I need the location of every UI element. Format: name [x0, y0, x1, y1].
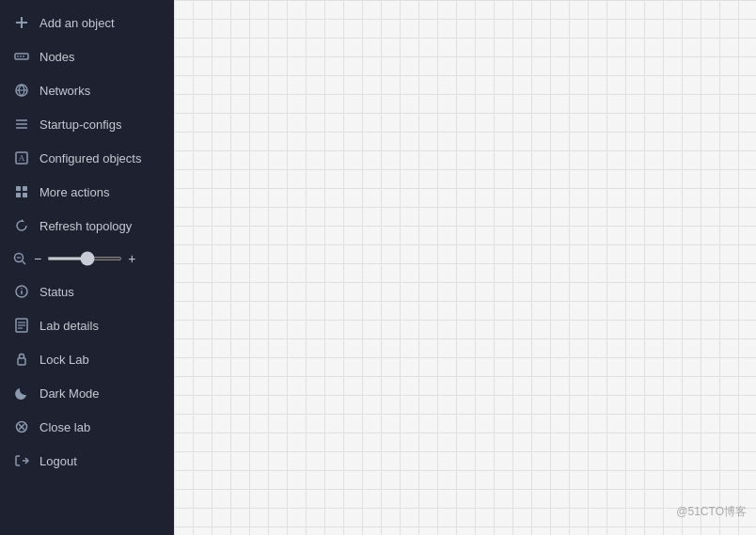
lab-details-icon	[13, 317, 30, 334]
sidebar-item-lab-details[interactable]: Lab details	[0, 308, 174, 342]
zoom-control: − +	[0, 243, 174, 275]
sidebar-item-logout[interactable]: Logout	[0, 444, 174, 478]
sidebar-item-label: Lock Lab	[39, 353, 89, 367]
sidebar-item-configured-objects[interactable]: A Configured objects	[0, 141, 174, 175]
sidebar-item-lock-lab[interactable]: Lock Lab	[0, 342, 174, 376]
zoom-icon	[11, 250, 28, 267]
sidebar-item-status[interactable]: Status	[0, 275, 174, 308]
grid-icon	[13, 183, 30, 200]
svg-rect-2	[15, 54, 28, 59]
sidebar: Add an object Nodes Networks	[0, 0, 174, 535]
logout-icon	[13, 452, 30, 469]
sidebar-item-label: Networks	[39, 84, 90, 98]
topology-canvas[interactable]: @51CTO博客	[174, 0, 756, 535]
watermark: @51CTO博客	[676, 504, 747, 520]
moon-icon	[13, 385, 30, 401]
sidebar-item-label: Startup-configs	[39, 118, 121, 132]
svg-rect-16	[23, 193, 27, 197]
refresh-icon	[13, 217, 30, 234]
zoom-plus-button[interactable]: +	[128, 251, 135, 266]
zoom-minus-button[interactable]: −	[34, 251, 41, 266]
sidebar-item-dark-mode[interactable]: Dark Mode	[0, 376, 174, 410]
sidebar-item-label: Status	[39, 285, 74, 299]
sidebar-item-label: Lab details	[39, 319, 99, 333]
canvas-grid	[174, 0, 756, 535]
sidebar-item-startup-configs[interactable]: Startup-configs	[0, 107, 174, 141]
sidebar-item-label: More actions	[39, 185, 109, 199]
svg-point-22	[21, 288, 22, 289]
sidebar-item-label: Configured objects	[39, 151, 141, 165]
zoom-slider[interactable]	[47, 257, 122, 260]
sidebar-item-add-object[interactable]: Add an object	[0, 6, 174, 39]
lock-icon	[13, 351, 30, 368]
sidebar-item-label: Logout	[39, 454, 77, 468]
configured-icon: A	[13, 149, 30, 166]
sidebar-item-label: Close lab	[39, 420, 90, 434]
svg-line-18	[23, 261, 26, 265]
sidebar-item-label: Dark Mode	[39, 386, 100, 401]
info-icon	[13, 283, 30, 300]
sidebar-item-label: Refresh topology	[39, 219, 132, 233]
close-lab-icon	[13, 418, 30, 435]
svg-rect-15	[16, 193, 21, 197]
plus-icon	[13, 14, 30, 31]
sidebar-item-close-lab[interactable]: Close lab	[0, 410, 174, 444]
svg-rect-14	[23, 186, 27, 191]
sidebar-item-label: Add an object	[39, 16, 115, 30]
svg-rect-13	[16, 186, 21, 191]
sidebar-item-networks[interactable]: Networks	[0, 73, 174, 107]
networks-icon	[13, 82, 30, 99]
sidebar-item-more-actions[interactable]: More actions	[0, 175, 174, 209]
nodes-icon	[13, 48, 30, 65]
sidebar-item-nodes[interactable]: Nodes	[0, 39, 174, 73]
sidebar-item-label: Nodes	[39, 50, 75, 64]
list-icon	[13, 116, 30, 133]
svg-text:A: A	[19, 153, 25, 163]
svg-rect-27	[18, 358, 25, 365]
sidebar-item-refresh-topology[interactable]: Refresh topology	[0, 209, 174, 243]
